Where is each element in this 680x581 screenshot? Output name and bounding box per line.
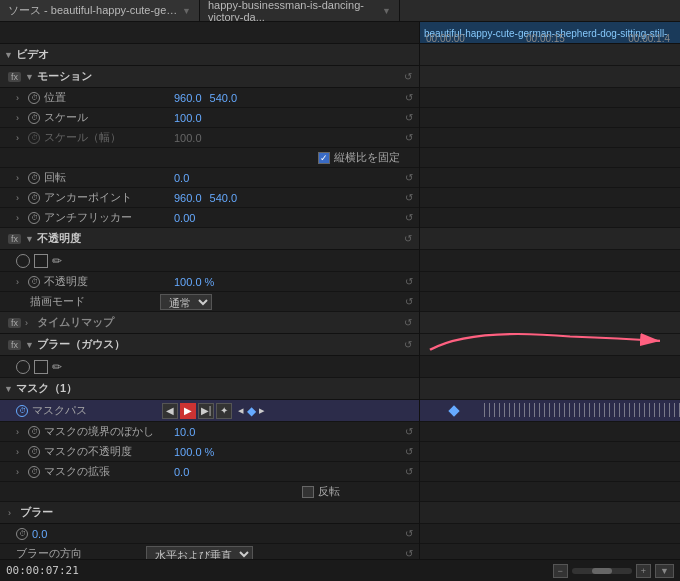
position-value2[interactable]: 540.0 [210,92,238,104]
aspect-checkbox-container[interactable]: ✓ 縦横比を固定 [318,150,400,165]
mask-play-btn[interactable]: ▶ [180,403,196,419]
rotation-left: › ⏱ 回転 0.0 [0,170,400,185]
opacity-reset[interactable]: ↺ [400,276,418,287]
opacity-stopwatch[interactable]: ⏱ [28,276,40,288]
scale-w-label: スケール（幅） [44,130,174,145]
opacity-value[interactable]: 100.0 % [174,276,214,288]
position-reset[interactable]: ↺ [400,92,418,103]
mask-section-label: マスク（1） [16,381,77,396]
flicker-left: › ⏱ アンチフリッカー 0.00 [0,210,400,225]
opacity-square-icon[interactable] [34,254,48,268]
source-tab[interactable]: ソース - beautiful-happy-cute-german-shephe… [0,0,200,21]
mask-wand-btn[interactable]: ✦ [216,403,232,419]
mask-section-header[interactable]: ▼ マスク（1） [0,378,419,400]
mask-opacity-expand: › [16,447,24,457]
scale-w-value[interactable]: 100.0 [174,132,202,144]
scale-w-stopwatch[interactable]: ⏱ [28,132,40,144]
anchor-value1[interactable]: 960.0 [174,192,202,204]
opacity-reset-btn[interactable]: ↺ [401,232,415,246]
mask-feather-stopwatch[interactable]: ⏱ [28,426,40,438]
mask-controls: ◀ ▶ ▶| ✦ [162,400,232,422]
aspect-checkbox[interactable]: ✓ [318,152,330,164]
mask-expand-stopwatch[interactable]: ⏱ [28,466,40,478]
anchor-reset[interactable]: ↺ [400,192,418,203]
blend-select[interactable]: 通常 [160,294,212,310]
blur-gauss-section-header[interactable]: fx ▼ ブラー（ガウス） ↺ [0,334,419,356]
scale-w-left: › ⏱ スケール（幅） 100.0 [0,130,400,145]
scale-reset[interactable]: ↺ [400,112,418,123]
zoom-out-btn[interactable]: − [553,564,568,578]
blur-val-stopwatch[interactable]: ⏱ [16,528,28,540]
mask-expand-expand: › [16,467,24,477]
position-stopwatch[interactable]: ⏱ [28,92,40,104]
blur-gauss-reset-btn[interactable]: ↺ [401,338,415,352]
mask-opacity-value[interactable]: 100.0 % [174,446,214,458]
blur-circle-icon[interactable] [16,360,30,374]
scale-value[interactable]: 100.0 [174,112,202,124]
invert-checkbox[interactable] [302,486,314,498]
mask-feather-value[interactable]: 10.0 [174,426,195,438]
filter-btn[interactable]: ▼ [655,564,674,578]
track-blur-sub [420,502,680,524]
mask-path-stopwatch[interactable]: ⏱ [16,405,28,417]
blur-val-reset-icon: ↺ [405,528,413,539]
anchor-stopwatch[interactable]: ⏱ [28,192,40,204]
zoom-in-btn[interactable]: + [636,564,651,578]
timemap-section-header[interactable]: fx › タイムリマップ ↺ [0,312,419,334]
position-value1[interactable]: 960.0 [174,92,202,104]
blur-dir-select[interactable]: 水平および垂直 [146,546,253,560]
mask-expand-reset-icon: ↺ [405,466,413,477]
mask-forward-btn[interactable]: ▶| [198,403,214,419]
track-motion [420,66,680,88]
anchor-label: アンカーポイント [44,190,174,205]
mask-feather-row: › ⏱ マスクの境界のぼかし 10.0 ↺ [0,422,419,442]
scale-stopwatch[interactable]: ⏱ [28,112,40,124]
rotation-stopwatch[interactable]: ⏱ [28,172,40,184]
zoom-slider[interactable] [572,568,632,574]
mask-rewind-btn[interactable]: ◀ [162,403,178,419]
blur-val-reset[interactable]: ↺ [400,528,418,539]
flicker-stopwatch[interactable]: ⏱ [28,212,40,224]
blur-val-value[interactable]: 0.0 [32,528,47,540]
zoom-handle [592,568,612,574]
timemap-reset-btn[interactable]: ↺ [401,316,415,330]
mask-nav-left[interactable]: ◂ [238,404,244,417]
blur-sub-header[interactable]: › ブラー [0,502,419,524]
mask-expand-reset[interactable]: ↺ [400,466,418,477]
flicker-reset[interactable]: ↺ [400,212,418,223]
video-section-header[interactable]: ▼ ビデオ [0,44,419,66]
opacity-section-header[interactable]: fx ▼ 不透明度 ↺ [0,228,419,250]
blur-dir-reset[interactable]: ↺ [400,548,418,559]
motion-reset-btn[interactable]: ↺ [401,70,415,84]
invert-checkbox-container[interactable]: 反転 [302,484,340,499]
track-mask-path [420,400,680,422]
opacity-row: › ⏱ 不透明度 100.0 % ↺ [0,272,419,292]
flicker-expand: › [16,213,24,223]
video-expand-arrow: ▼ [4,50,12,60]
opacity-pen-icon[interactable]: ✏ [52,254,62,268]
flicker-value[interactable]: 0.00 [174,212,195,224]
mask-expand-label: マスクの拡張 [44,464,174,479]
blur-square-icon[interactable] [34,360,48,374]
blur-pen-icon[interactable]: ✏ [52,360,62,374]
blur-sub-label: ブラー [20,505,53,520]
blur-gauss-section-label: ブラー（ガウス） [37,337,125,352]
mask-expand-value[interactable]: 0.0 [174,466,189,478]
anchor-value2[interactable]: 540.0 [210,192,238,204]
mask-expand-row: › ⏱ マスクの拡張 0.0 ↺ [0,462,419,482]
main-container: ▼ ビデオ fx ▼ モーション ↺ › ⏱ 位置 960.0 540.0 ↺ [0,44,680,559]
rotation-value[interactable]: 0.0 [174,172,189,184]
opacity-circle-icon[interactable] [16,254,30,268]
clip-tab[interactable]: happy-businessman-is-dancing-victory-da.… [200,0,400,21]
motion-section-header[interactable]: fx ▼ モーション ↺ [0,66,419,88]
blend-reset[interactable]: ↺ [400,296,418,307]
rotation-reset[interactable]: ↺ [400,172,418,183]
mask-opacity-reset[interactable]: ↺ [400,446,418,457]
aspect-row: ✓ 縦横比を固定 [0,148,419,168]
mask-nav-right[interactable]: ▸ [259,404,265,417]
source-tab-arrow: ▼ [182,6,191,16]
mask-opacity-stopwatch[interactable]: ⏱ [28,446,40,458]
scale-w-reset[interactable]: ↺ [400,132,418,143]
scale-reset-icon: ↺ [405,112,413,123]
mask-feather-reset[interactable]: ↺ [400,426,418,437]
